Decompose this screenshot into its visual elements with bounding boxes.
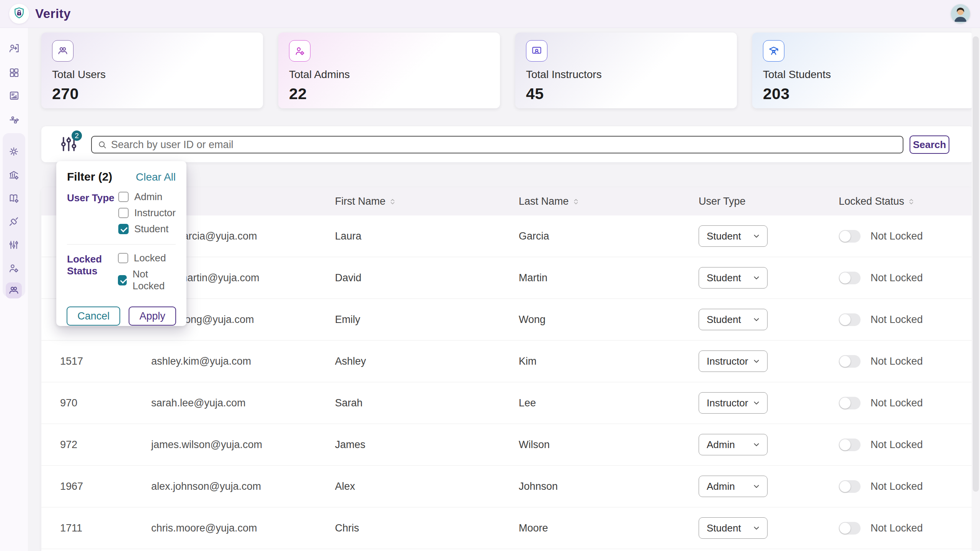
filter-count-badge: 2 [72,130,82,141]
user-id-cell: 970 [60,397,151,409]
sidebar-item-institution[interactable] [6,167,22,183]
locked-status-label: Not Locked [871,481,923,492]
workflow-icon [8,114,20,126]
sidebar-item-dashboard[interactable] [6,65,22,81]
table-row: 1517 ashley.kim@yuja.com Ashley Kim Inst… [41,341,974,382]
col-last-name[interactable]: Last Name [519,196,699,207]
sidebar-item-preferences[interactable] [6,237,22,253]
search-panel: 2 Search [41,126,974,162]
search-input[interactable] [111,139,903,151]
user-type-dropdown[interactable]: Student [699,517,768,539]
sidebar-item-user-settings[interactable] [6,260,22,276]
locked-status-label: Not Locked [871,439,923,451]
email-cell: chris.moore@yuja.com [151,522,335,534]
sidebar-item-workflow[interactable] [6,112,22,128]
locked-status-label: Not Locked [871,522,923,534]
checkbox[interactable] [118,224,129,234]
filter-button[interactable]: 2 [60,135,78,153]
stat-cards: Total Users 270 Total Admins 22 Total In… [41,33,974,108]
filter-popup-title: Filter (2) [67,170,112,183]
last-name-cell: Martin [519,272,699,284]
locked-toggle[interactable] [839,272,861,284]
col-locked-status[interactable]: Locked Status [839,196,974,207]
user-type-dropdown[interactable]: Instructor [699,392,768,414]
checkbox[interactable] [118,253,128,263]
sidebar-item-courses[interactable] [6,190,22,206]
first-name-cell: Emily [335,314,519,326]
stat-value: 203 [763,85,963,103]
graduate-icon [763,40,784,62]
sidebar-item-integrations[interactable] [6,214,22,230]
first-name-cell: David [335,272,519,284]
user-id-cell: 972 [60,439,151,451]
filter-option-locked[interactable]: Locked [118,252,176,264]
checkbox[interactable] [118,192,129,202]
table-row: 1711 chris.moore@yuja.com Chris Moore St… [41,507,974,549]
plug-icon [8,216,20,227]
checkbox[interactable] [118,208,129,218]
chevron-down-icon [752,357,761,366]
sort-icon[interactable] [389,198,396,205]
sidebar-item-settings[interactable] [6,143,22,160]
toggle-knob [840,523,851,534]
locked-toggle[interactable] [839,355,861,368]
locked-toggle[interactable] [839,230,861,243]
toggle-knob [840,272,851,284]
locked-status-label: Not Locked [871,355,923,367]
locked-toggle[interactable] [839,313,861,326]
app-logo[interactable] [9,4,29,24]
avatar-photo [951,4,970,23]
sidebar-item-reports[interactable] [6,88,22,104]
sidebar-item-user-management[interactable] [6,282,22,298]
locked-status-label: Not Locked [871,314,923,326]
sidebar-item-user-access[interactable] [6,40,22,56]
email-cell: sarah.lee@yuja.com [151,397,335,409]
stat-card-total-instructors: Total Instructors 45 [515,33,737,108]
cancel-button[interactable]: Cancel [67,306,120,326]
locked-toggle[interactable] [839,522,861,535]
filter-option-not-locked[interactable]: Not Locked [118,268,176,292]
chevron-down-icon [752,523,761,533]
stat-card-total-users: Total Users 270 [41,33,263,108]
filter-option-student[interactable]: Student [118,223,176,235]
sliders-icon [8,239,20,251]
user-type-dropdown[interactable]: Instructor [699,350,768,372]
first-name-cell: Laura [335,230,519,242]
first-name-cell: Ashley [335,355,519,367]
user-type-dropdown[interactable]: Admin [699,476,768,497]
topbar: Verity [0,0,980,28]
dashboard-icon [8,67,20,78]
clear-all-link[interactable]: Clear All [136,171,176,183]
app-title: Verity [35,7,71,21]
toggle-knob [840,481,851,492]
locked-toggle[interactable] [839,397,861,409]
toggle-knob [840,356,851,367]
filter-popup: Filter (2) Clear All User Type Admin Ins… [56,161,186,326]
user-type-dropdown[interactable]: Student [699,309,768,330]
stat-label: Total Users [52,68,252,81]
last-name-cell: Garcia [519,230,699,242]
locked-toggle[interactable] [839,439,861,451]
scrollbar-thumb[interactable] [973,36,979,492]
user-type-dropdown[interactable]: Admin [699,434,768,455]
page-scrollbar[interactable] [972,28,980,551]
search-input-wrapper [91,136,903,153]
sort-icon[interactable] [572,198,580,205]
chevron-down-icon [752,231,761,241]
filter-option-instructor[interactable]: Instructor [118,207,176,219]
locked-toggle[interactable] [839,480,861,493]
search-button[interactable]: Search [910,135,949,154]
table-row: 1967 alex.johnson@yuja.com Alex Johnson … [41,466,974,507]
user-type-dropdown[interactable]: Student [699,267,768,289]
filter-option-admin[interactable]: Admin [118,191,176,203]
sort-icon[interactable] [908,198,915,205]
email-cell: alex.johnson@yuja.com [151,481,335,492]
user-type-dropdown[interactable]: Student [699,225,768,247]
apply-button[interactable]: Apply [129,306,176,326]
col-first-name[interactable]: First Name [335,196,519,207]
user-avatar[interactable] [951,4,970,23]
locked-status-label: Not Locked [871,397,923,409]
shield-lock-icon [12,6,26,21]
table-row: 972 james.wilson@yuja.com James Wilson A… [41,424,974,466]
checkbox[interactable] [118,275,127,285]
